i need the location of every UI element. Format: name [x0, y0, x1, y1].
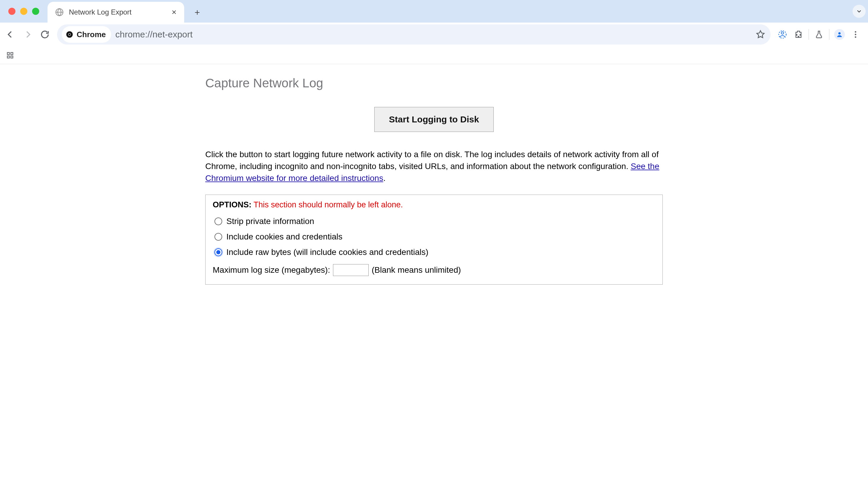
address-bar[interactable]: Chrome: [57, 24, 771, 45]
url-field[interactable]: [115, 29, 750, 40]
page-title: Capture Network Log: [205, 76, 663, 90]
nav-back-button[interactable]: [2, 26, 19, 43]
new-tab-button[interactable]: [189, 4, 205, 21]
nav-reload-button[interactable]: [37, 26, 53, 43]
site-chip[interactable]: Chrome: [62, 26, 111, 43]
tab-overflow-button[interactable]: [852, 5, 866, 18]
svg-point-3: [69, 33, 71, 36]
svg-point-9: [855, 36, 857, 38]
browser-tab[interactable]: Network Log Export: [48, 2, 184, 23]
tab-title: Network Log Export: [69, 8, 165, 16]
start-logging-button[interactable]: Start Logging to Disk: [374, 107, 493, 132]
toolbar-separator: [809, 29, 809, 40]
radio-icon: [215, 248, 222, 256]
radio-icon: [215, 218, 222, 225]
option-strip-private[interactable]: Strip private information: [213, 214, 655, 229]
tab-strip: Network Log Export: [0, 0, 868, 23]
max-log-size-row: Maximum log size (megabytes): (Blank mea…: [213, 260, 655, 276]
toolbar-separator: [829, 29, 829, 40]
svg-point-7: [855, 31, 857, 33]
labs-icon[interactable]: [811, 27, 827, 42]
svg-point-6: [838, 32, 841, 34]
svg-rect-13: [11, 56, 13, 58]
profile-avatar[interactable]: [832, 27, 847, 42]
max-log-size-input[interactable]: [333, 264, 369, 276]
options-header-label: OPTIONS: [213, 200, 249, 209]
globe-icon: [55, 7, 64, 17]
toolbar-actions: [775, 27, 866, 42]
svg-rect-12: [7, 56, 9, 58]
chrome-icon: [65, 30, 74, 39]
option-label: Include cookies and credentials: [226, 232, 343, 242]
kebab-menu-icon[interactable]: [848, 27, 863, 42]
apps-grid-icon[interactable]: [4, 49, 16, 61]
options-panel: OPTIONS: This section should normally be…: [205, 195, 663, 285]
svg-rect-10: [7, 52, 9, 54]
svg-rect-11: [11, 52, 13, 54]
option-label: Strip private information: [226, 217, 314, 226]
bookmarks-bar: [0, 46, 868, 64]
options-header: OPTIONS: This section should normally be…: [213, 200, 655, 210]
svg-point-8: [855, 34, 857, 35]
page-description: Click the button to start logging future…: [205, 149, 663, 184]
extensions-icon[interactable]: [791, 27, 806, 42]
description-text: Click the button to start logging future…: [205, 150, 659, 171]
max-log-size-suffix: (Blank means unlimited): [372, 265, 461, 275]
profile-switcher-icon[interactable]: [775, 27, 790, 42]
site-chip-label: Chrome: [77, 30, 106, 39]
svg-point-4: [781, 32, 784, 34]
browser-toolbar: Chrome: [0, 23, 868, 46]
max-log-size-label: Maximum log size (megabytes):: [213, 265, 330, 275]
nav-forward-button[interactable]: [20, 26, 36, 43]
option-label: Include raw bytes (will include cookies …: [226, 247, 428, 257]
page-content: Capture Network Log Start Logging to Dis…: [0, 64, 868, 296]
options-header-warning: This section should normally be left alo…: [254, 200, 403, 209]
option-include-raw-bytes[interactable]: Include raw bytes (will include cookies …: [213, 245, 655, 260]
description-suffix: .: [383, 173, 386, 183]
bookmark-star-icon[interactable]: [754, 28, 767, 41]
option-include-cookies[interactable]: Include cookies and credentials: [213, 229, 655, 245]
radio-icon: [215, 233, 222, 241]
close-tab-button[interactable]: [170, 8, 178, 16]
